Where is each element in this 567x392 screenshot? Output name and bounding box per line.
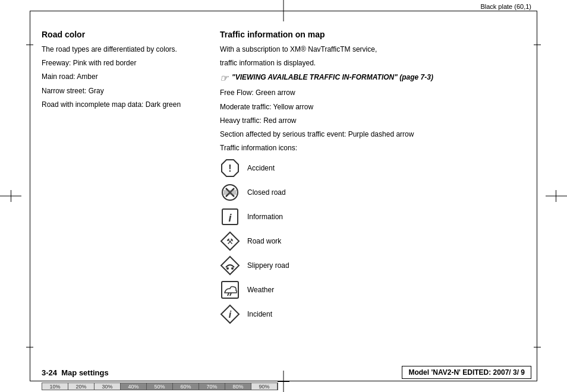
icon-label: Incident xyxy=(247,310,272,318)
traffic-icon-row: Closed road xyxy=(220,182,525,203)
progress-segment: 40% xyxy=(121,383,147,390)
left-tick-bottom xyxy=(26,347,33,347)
svg-rect-5 xyxy=(223,190,237,195)
progress-bar-wrapper: 10%20%30%40%50%60%70%80%90% xyxy=(42,382,278,390)
left-line: Road with incomplete map data: Dark gree… xyxy=(42,99,196,110)
crosshair-left xyxy=(0,190,21,202)
crosshair-right xyxy=(546,190,567,202)
svg-point-12 xyxy=(231,267,234,270)
right-section-title: Traffic information on map xyxy=(220,30,525,39)
left-lines: The road types are differentiated by col… xyxy=(42,44,196,110)
info-ref: ☞ "VIEWING AVAILABLE TRAFFIC IN-FORMATIO… xyxy=(220,72,525,84)
ref-text: "VIEWING AVAILABLE TRAFFIC IN-FORMATION"… xyxy=(232,72,433,83)
left-section-title: Road color xyxy=(42,30,196,39)
intro-line: With a subscription to XM® NavTrafficTM … xyxy=(220,44,525,55)
traffic-lines: Free Flow: Green arrowModerate traffic: … xyxy=(220,87,525,154)
progress-segment: 60% xyxy=(173,383,199,390)
progress-segment: 50% xyxy=(147,383,173,390)
traffic-icon-information: i xyxy=(220,207,240,227)
icon-label: Closed road xyxy=(247,188,286,197)
traffic-icon-row: i Information xyxy=(220,207,525,227)
traffic-icon-row: ⚒ Road work xyxy=(220,231,525,251)
traffic-icon-road-work: ⚒ xyxy=(220,231,240,251)
traffic-icon-accident: ! xyxy=(220,158,240,178)
icon-label: Weather xyxy=(247,286,274,294)
traffic-icon-row: ! Accident xyxy=(220,158,525,178)
traffic-icon-row: Slippery road xyxy=(220,255,525,276)
icon-label: Information xyxy=(247,213,283,221)
left-column: Road color The road types are differenti… xyxy=(42,30,196,356)
left-line: Narrow street: Gray xyxy=(42,86,196,97)
icon-label: Accident xyxy=(247,164,275,172)
page-number: 3-24 xyxy=(42,368,57,377)
footer-right-box: Model 'NAV2-N' EDITED: 2007/ 3/ 9 xyxy=(402,366,531,379)
traffic-icon-incident: i xyxy=(220,304,240,324)
traffic-line: Section affected by serious traffic even… xyxy=(220,129,525,140)
progress-segment: 10% xyxy=(42,383,68,390)
left-line: Freeway: Pink with red border xyxy=(42,58,196,69)
progress-segment: 80% xyxy=(225,383,251,390)
ref-icon: ☞ xyxy=(220,72,228,84)
traffic-icon-row: i Incident xyxy=(220,304,525,324)
footer-left: 3-24 Map settings xyxy=(42,368,109,377)
progress-segment: 30% xyxy=(94,383,121,390)
traffic-line: Heavy traffic: Red arrow xyxy=(220,115,525,127)
right-intro: With a subscription to XM® NavTrafficTM … xyxy=(220,44,525,69)
right-tick-bottom xyxy=(534,347,541,347)
progress-segment: 70% xyxy=(199,383,225,390)
main-content: Road color The road types are differenti… xyxy=(42,30,525,356)
header-plate: Black plate (60,1) xyxy=(480,3,531,10)
intro-line: traffic information is displayed. xyxy=(220,58,525,69)
svg-text:i: i xyxy=(228,212,232,224)
left-tick-top xyxy=(26,45,33,45)
traffic-icon-slippery-road xyxy=(220,255,240,276)
traffic-line: Free Flow: Green arrow xyxy=(220,87,525,99)
left-line: The road types are differentiated by col… xyxy=(42,44,196,55)
progress-bar: 10%20%30%40%50%60%70%80%90% xyxy=(42,382,278,390)
right-column: Traffic information on map With a subscr… xyxy=(220,30,525,356)
svg-text:i: i xyxy=(229,309,232,320)
border-right xyxy=(537,11,537,381)
icon-label: Road work xyxy=(247,237,281,245)
progress-segment: 20% xyxy=(68,383,94,390)
traffic-icon-weather xyxy=(220,280,240,300)
model-text: Model 'NAV2-N' EDITED: 2007/ 3/ 9 xyxy=(408,368,525,377)
traffic-icon-closed-road xyxy=(220,182,240,203)
traffic-line: Traffic information icons: xyxy=(220,143,525,154)
traffic-icon-row: Weather xyxy=(220,280,525,300)
svg-point-11 xyxy=(226,267,229,270)
crosshair-top xyxy=(278,0,289,21)
right-tick-top xyxy=(534,45,541,45)
icon-label: Slippery road xyxy=(247,261,289,270)
section-label: Map settings xyxy=(61,368,108,377)
progress-segment: 90% xyxy=(251,383,278,390)
traffic-line: Moderate traffic: Yellow arrow xyxy=(220,102,525,113)
plate-text: Black plate (60,1) xyxy=(480,3,531,10)
svg-text:!: ! xyxy=(228,163,231,173)
svg-text:⚒: ⚒ xyxy=(226,237,234,246)
left-line: Main road: Amber xyxy=(42,71,196,83)
border-left xyxy=(30,11,30,381)
icons-container: ! Accident Closed road i Information ⚒ R… xyxy=(220,158,525,324)
